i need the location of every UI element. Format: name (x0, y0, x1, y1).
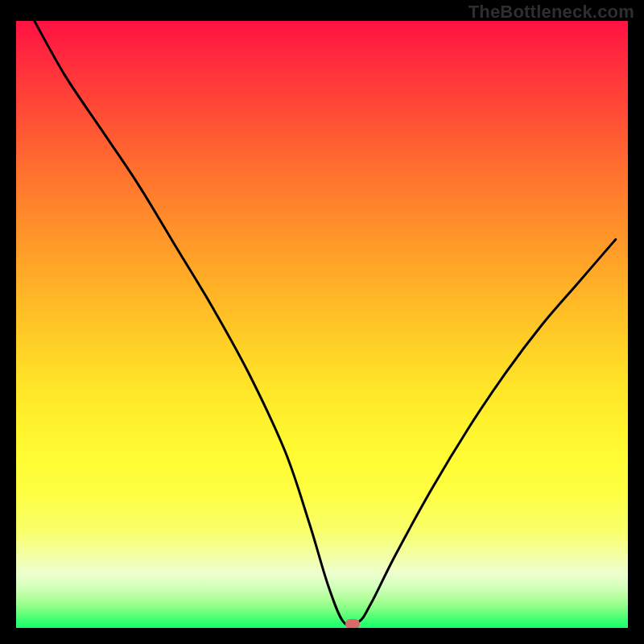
watermark-text: TheBottleneck.com (469, 2, 634, 23)
chart-container: TheBottleneck.com (0, 0, 644, 644)
bottleneck-curve (16, 21, 628, 628)
optimal-point-marker (345, 619, 360, 628)
plot-area (16, 21, 628, 628)
